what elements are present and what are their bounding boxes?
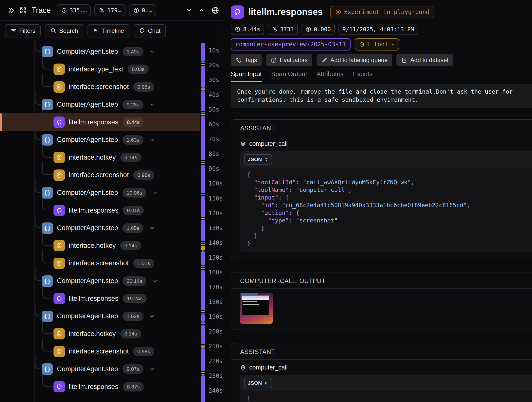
tree-span-row[interactable]: interface.hotkey0.14s [0,149,200,167]
message-role-label: ASSISTANT [231,120,532,136]
tree-span-row[interactable]: {}ComputerAgent.step10.06s [0,184,200,202]
format-selector[interactable]: JSON [244,154,272,165]
database-icon [401,57,407,63]
chevron-down-icon[interactable] [149,366,155,372]
model-badge[interactable]: computer-use-preview-2025-03-11 [231,38,351,50]
add-to-labeling-queue-button[interactable]: Add to labeling queue [317,54,392,66]
span-duration-badge: 19.24s [123,294,147,303]
filter-icon [10,28,17,34]
hexagon-tool-icon [359,42,365,47]
tags-button[interactable]: Tags [231,54,262,66]
timeline-segment [201,372,205,373]
tab-events[interactable]: Events [353,70,373,82]
timeline-segment [201,88,205,90]
code-line: "toolName": "computer_call", [247,186,532,194]
chat-button[interactable]: Chat [134,24,166,37]
chevron-down-icon[interactable] [149,49,155,54]
timeline-tick-label: 100s [209,180,223,187]
span-timestamp: 9/11/2025, 4:03:13 PM [338,24,418,35]
search-button[interactable]: Search [45,24,83,37]
span-name: ComputerAgent.step [57,48,118,55]
tree-span-row[interactable]: litellm.responses9.01s [0,201,200,219]
tab-attributes[interactable]: Attributes [317,70,344,82]
json-code-block: { "toolCallId": "call_EfckifHKZD9Ico84x9… [240,391,532,402]
tree-span-row[interactable]: {}ComputerAgent.step1.63s [0,131,200,149]
tree-span-row[interactable]: interface.screenshot1.01s [0,254,200,272]
chevron-down-icon[interactable] [149,314,155,319]
span-duration-badge: 0.98s [133,170,154,180]
tree-span-row[interactable]: {}ComputerAgent.step9.28s [0,96,200,114]
tree-connector [42,374,53,387]
json-code-block: { "toolCallId": "call_wwAXQrlLWyuMSkEyJr… [240,168,532,252]
tree-connector [35,269,41,281]
chevron-down-icon[interactable] [186,7,192,14]
tree-span-row[interactable]: interface.type_text0.03s [0,61,200,78]
timeline-tick-label: 20s [209,62,219,69]
chevron-down-icon[interactable] [149,102,155,107]
timeline-segment [201,43,205,62]
timeline-minimap[interactable] [201,43,205,402]
tokens-icon [272,26,278,32]
code-line: } [247,224,532,232]
tree-span-row[interactable]: interface.hotkey0.14s [0,325,200,343]
filters-button[interactable]: Filters [5,24,41,37]
timeline-segment [201,374,205,375]
globe-icon[interactable] [211,6,219,14]
chevron-down-icon [390,42,395,47]
tree-span-row[interactable]: {}ComputerAgent.step1.62s [0,307,200,325]
evaluators-button[interactable]: fEvaluators [266,54,312,66]
tab-span-input[interactable]: Span Input [231,70,262,82]
timeline-tick-label: 90s [209,165,219,172]
span-name: ComputerAgent.step [57,277,118,285]
format-selector[interactable]: JSON [244,378,272,388]
tree-span-row[interactable]: {}ComputerAgent.step9.07s [0,360,200,378]
step-braces-icon: {} [42,222,53,234]
tree-span-row[interactable]: {}ComputerAgent.step1.49s [0,43,200,61]
span-name: litellm.responses [69,118,118,126]
span-tree: {}ComputerAgent.step1.49sinterface.type_… [0,41,223,402]
collapse-panel-icon[interactable] [7,7,15,14]
timeline-tick-label: 210s [209,343,223,350]
add-to-dataset-button[interactable]: Add to dataset [396,54,453,66]
timeline-tick-label: 70s [209,136,219,143]
message-role-label: ASSISTANT [231,343,532,359]
tree-span-row[interactable]: interface.hotkey0.14s [0,237,200,255]
expand-icon[interactable] [20,7,27,14]
timeline-tick-label: 80s [209,151,219,157]
tree-span-row[interactable]: interface.screenshot0.98s [0,343,200,360]
tree-span-row[interactable]: litellm.responses8.44s [0,113,200,131]
trace-timeline[interactable]: 10s20s30s40s50s60s70s80s90s100s110s120s1… [200,41,223,402]
clock-icon [61,7,67,13]
chevron-down-icon[interactable] [149,137,155,143]
tree-span-row[interactable]: litellm.responses19.24s [0,290,200,307]
span-name: litellm.responses [69,383,118,391]
thumbnail-taskbar [240,293,258,295]
step-braces-icon: {} [42,46,53,57]
code-line: { [247,395,532,402]
tree-span-row[interactable]: litellm.responses8.37s [0,378,200,396]
tree-span-row[interactable]: interface.screenshot0.96s [0,78,200,96]
tools-badge[interactable]: 1 tool [355,38,399,50]
timeline-button[interactable]: Timeline [88,24,129,37]
tree-span-row[interactable]: interface.screenshot0.98s [0,166,200,184]
trace-panel: Trace 335.…179…0.… FiltersSearchTimeline… [0,0,223,402]
tree-span-row[interactable]: {}ComputerAgent.step1.65s [0,219,200,237]
tree-connector [42,198,53,210]
tree-connector [42,286,53,299]
span-duration-badge: 0.14s [120,329,141,338]
timeline-tick-label: 140s [209,239,223,246]
desktop-screenshot-thumbnail[interactable] [240,293,273,324]
chevron-down-icon[interactable] [152,278,158,284]
chevron-down-icon[interactable] [152,190,158,196]
timeline-segment [201,348,205,371]
span-duration-badge: 1.63s [123,135,143,145]
experiment-in-playground-button[interactable]: Experiment in playground [330,6,434,18]
interface-tool-icon [53,240,65,251]
tab-span-output[interactable]: Span Output [271,70,307,82]
tree-span-row[interactable]: {}ComputerAgent.step20.14s [0,272,200,290]
span-name: interface.hotkey [69,154,116,161]
chevron-up-icon[interactable] [198,7,205,14]
chevron-down-icon[interactable] [149,225,155,231]
timeline-tick-label: 30s [209,77,219,84]
timeline-segment [201,161,205,162]
